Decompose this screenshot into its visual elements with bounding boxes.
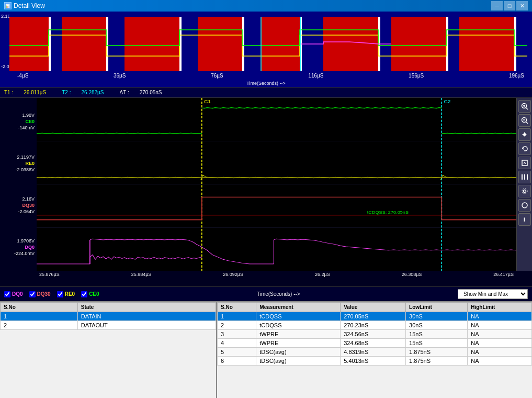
meas-low: 1.875nS xyxy=(406,357,468,366)
undo-button[interactable] xyxy=(518,142,531,155)
ce0-bot-val: -140mV xyxy=(18,125,35,130)
table-row[interactable]: 5 tDSC(avg) 4.8319nS 1.875nS NA xyxy=(218,348,532,357)
pan-button[interactable] xyxy=(518,128,531,141)
svg-line-32 xyxy=(526,108,528,110)
meas-low: 15nS xyxy=(406,339,468,348)
svg-point-45 xyxy=(522,189,527,194)
t1-label: T1 : xyxy=(4,90,13,95)
x-label-4: 26.308µS xyxy=(402,272,422,277)
zoom-out-button[interactable] xyxy=(518,114,531,127)
re0-checkbox[interactable] xyxy=(57,291,63,297)
svg-rect-2 xyxy=(62,17,106,71)
x-label-0: 25.876µS xyxy=(39,272,60,277)
overview-time-5: 196µS xyxy=(509,73,524,79)
legend-re0: RE0 xyxy=(57,291,75,297)
x-label-5: 26.417µS xyxy=(493,272,514,277)
circle-button[interactable] xyxy=(518,199,531,212)
ce0-checkbox[interactable] xyxy=(81,291,87,297)
meas-high: NA xyxy=(468,330,532,339)
zoom-in-button[interactable] xyxy=(518,100,531,113)
fit-button[interactable] xyxy=(518,157,531,169)
svg-rect-5 xyxy=(261,17,300,71)
meas-value: 270.05nS xyxy=(341,312,406,321)
re0-legend-label: RE0 xyxy=(65,291,75,297)
dt-value: 270.05nS xyxy=(140,90,162,95)
overview-time-3: 116µS xyxy=(308,73,323,79)
ce0-sig-label: CE0 xyxy=(25,119,35,124)
overview-time-2: 76µS xyxy=(211,73,223,79)
row-state: DATAIN xyxy=(77,312,216,321)
svg-text:tCDQSS: 270.05nS: tCDQSS: 270.05nS xyxy=(367,209,409,214)
overview-time-axis: -4µS 36µS 76µS 116µS 156µS 196µS xyxy=(0,71,532,81)
meas-low: 15nS xyxy=(406,330,468,339)
x-label-3: 26.2µS xyxy=(315,272,330,277)
meas-sno: 5 xyxy=(218,348,256,357)
meas-value: 324.68nS xyxy=(341,339,406,348)
svg-rect-17 xyxy=(261,17,262,71)
split-button[interactable] xyxy=(518,171,531,183)
meas-sno: 3 xyxy=(218,330,256,339)
table-row[interactable]: 4 tWPRE 324.68nS 15nS NA xyxy=(218,339,532,348)
meas-col-value: Value xyxy=(341,303,406,312)
waveform-graph[interactable]: C1 C2 xyxy=(37,98,516,271)
table-scroll[interactable]: S.No Measurement Value LowLimit HighLimi… xyxy=(217,302,532,398)
ce0-label-group: 1.98V CE0 -140mV xyxy=(2,112,35,131)
table-row[interactable]: 2 tCDQSS 270.23nS 30nS NA xyxy=(218,321,532,330)
dt-label: ΔT : xyxy=(120,90,129,95)
title-controls: ─ □ ✕ xyxy=(491,1,528,10)
meas-high: NA xyxy=(468,348,532,357)
table-row[interactable]: 3 tWPRE 324.56nS 15nS NA xyxy=(218,330,532,339)
table-row[interactable]: 1 tCDQSS 270.05nS 30nS NA xyxy=(218,312,532,321)
dq0-label-group: 1.9706V DQ0 -224.0mV xyxy=(2,237,35,257)
row-sno: 1 xyxy=(1,312,78,321)
overview-time-1: 36µS xyxy=(114,73,126,79)
left-table: S.No State 1 DATAIN 2 DATAOUT xyxy=(0,302,217,398)
row-state: DATAOUT xyxy=(77,321,216,330)
close-button[interactable]: ✕ xyxy=(516,1,528,10)
timing-bar: T1 : 26.011µS T2 : 26.282µS ΔT : 270.05n… xyxy=(0,87,532,98)
state-table: S.No State 1 DATAIN 2 DATAOUT xyxy=(0,302,216,330)
meas-name: tCDQSS xyxy=(256,321,341,330)
controls-row: DQ0 DQ30 RE0 CE0 Time(Seconds) --> Show … xyxy=(0,286,532,301)
y-axis-labels: 1.98V CE0 -140mV 2.1197V RE0 -2.0386V 2.… xyxy=(0,98,37,271)
state-col-state: State xyxy=(77,303,216,312)
dq0-checkbox[interactable] xyxy=(4,291,10,297)
dq0-sig-label: DQ0 xyxy=(25,245,35,250)
overview-panel: 2.16V -2.064V Amplitude xyxy=(0,12,532,87)
table-row[interactable]: 2 DATAOUT xyxy=(1,321,216,330)
svg-point-46 xyxy=(522,203,527,208)
svg-text:C1: C1 xyxy=(204,99,211,104)
overview-time-axis-label: Time(Seconds) --> xyxy=(0,81,532,87)
meas-col-low: LowLimit xyxy=(406,303,468,312)
re0-bot-val: -2.0386V xyxy=(15,167,35,172)
dq30-bot-val: -2.064V xyxy=(18,209,35,214)
overview-time-4: 156µS xyxy=(409,73,424,79)
svg-rect-3 xyxy=(124,17,179,71)
meas-sno: 1 xyxy=(218,312,256,321)
svg-rect-1 xyxy=(9,17,49,71)
svg-line-36 xyxy=(526,122,528,124)
table-row[interactable]: 1 DATAIN xyxy=(1,312,216,321)
table-row[interactable]: 6 tDSC(avg) 5.4013nS 1.875nS NA xyxy=(218,357,532,366)
dq30-checkbox[interactable] xyxy=(29,291,36,297)
meas-name: tWPRE xyxy=(256,339,341,348)
detail-panel: T1 : 26.011µS T2 : 26.282µS ΔT : 270.05n… xyxy=(0,87,532,301)
meas-col-high: HighLimit xyxy=(468,303,532,312)
overview-waveform[interactable] xyxy=(9,12,527,71)
t2-label: T2 : xyxy=(62,90,71,95)
ce0-top-val: 1.98V xyxy=(22,113,35,118)
meas-sno: 2 xyxy=(218,321,256,330)
title-bar-left: 📊 Detail View xyxy=(4,2,45,9)
x-axis-row: 25.876µS 25.984µS 26.092µS 26.2µS 26.308… xyxy=(0,271,532,286)
right-table: S.No Measurement Value LowLimit HighLimi… xyxy=(217,302,532,398)
t2-value: 26.282µS xyxy=(82,90,104,95)
info-button[interactable]: i xyxy=(518,213,531,226)
maximize-button[interactable]: □ xyxy=(504,1,515,10)
minimize-button[interactable]: ─ xyxy=(491,1,503,10)
show-min-max-dropdown[interactable]: Show Min and Max Show Min Show Max Show … xyxy=(458,289,528,299)
show-min-max: Show Min and Max Show Min Show Max Show … xyxy=(458,289,528,299)
legend-dq30: DQ30 xyxy=(29,291,51,297)
x-label-1: 25.984µS xyxy=(131,272,152,277)
meas-name: tWPRE xyxy=(256,330,341,339)
settings-button[interactable] xyxy=(518,185,531,197)
